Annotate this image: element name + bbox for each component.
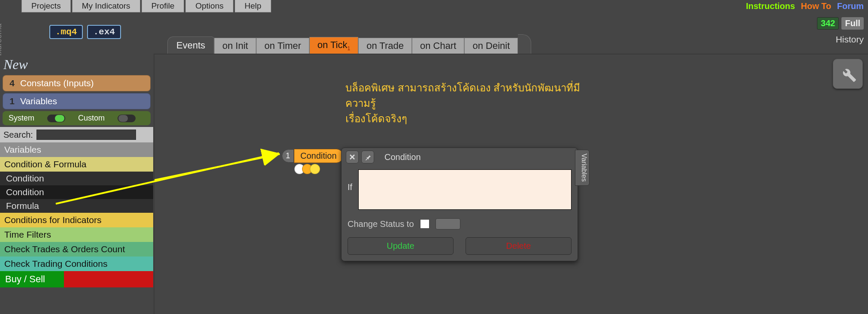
variables-pill[interactable]: 1 Variables xyxy=(3,93,151,109)
constants-label: Constants (Inputs) xyxy=(20,78,94,88)
thai-caption: บล็อคพิเศษ สามารถสร้างโค้ดเอง สำหรับนักพ… xyxy=(345,80,603,127)
mq4-button[interactable]: .mq4 xyxy=(49,25,83,39)
custom-label: Custom xyxy=(78,114,105,123)
cat-condition-formula[interactable]: Condition & Formula xyxy=(0,157,153,172)
new-label: New xyxy=(0,56,153,73)
system-label: System xyxy=(9,114,34,123)
status-value-box[interactable] xyxy=(436,218,460,229)
status-checkbox[interactable] xyxy=(420,219,429,229)
events-tab-main[interactable]: Events xyxy=(167,36,214,54)
cat-buy-sell[interactable]: Buy / Sell xyxy=(0,271,153,287)
tab-on-deinit[interactable]: on Deinit xyxy=(464,38,518,54)
system-custom-row: System Custom xyxy=(3,111,151,125)
left-sidebar: New 4 Constants (Inputs) 1 Variables Sys… xyxy=(0,56,153,287)
system-toggle[interactable] xyxy=(47,115,65,122)
search-label: Search: xyxy=(3,130,33,140)
cat-sub-condition-1[interactable]: Condition xyxy=(0,172,153,185)
history-link[interactable]: History xyxy=(836,34,864,45)
ex4-button[interactable]: .ex4 xyxy=(87,25,121,39)
link-forum[interactable]: Forum xyxy=(837,1,864,11)
constants-pill[interactable]: 4 Constants (Inputs) xyxy=(3,75,151,91)
full-badge[interactable]: Full xyxy=(841,17,864,30)
cat-sub-condition-2[interactable]: Condition xyxy=(0,185,153,199)
tab-badge: 1 xyxy=(348,45,351,51)
menu-options[interactable]: Options xyxy=(185,0,233,12)
event-tabs: Events on Init on Timer on Tick1 on Trad… xyxy=(167,34,531,54)
panel-body: If Change Status to Update Delete xyxy=(342,166,578,261)
variables-label: Variables xyxy=(20,96,57,106)
tab-on-chart[interactable]: on Chart xyxy=(412,38,464,54)
status-label: Change Status to xyxy=(348,219,414,229)
tab-end-cap xyxy=(518,34,531,54)
file-buttons: .mq4 .ex4 xyxy=(49,25,121,39)
wrench-icon xyxy=(838,64,857,83)
cat-sub-formula[interactable]: Formula xyxy=(0,199,153,213)
panel-variables-tab[interactable]: Variables xyxy=(575,150,590,186)
panel-close-button[interactable] xyxy=(346,151,359,163)
if-label: If xyxy=(348,182,352,192)
count-badge: 342 xyxy=(817,17,839,30)
status-badges: 342 Full xyxy=(817,17,864,30)
canvas-area[interactable]: บล็อคพิเศษ สามารถสร้างโค้ดเอง สำหรับนักพ… xyxy=(154,54,868,314)
top-links: Instructions How To Forum xyxy=(742,1,864,11)
sell-half xyxy=(64,271,153,287)
menu-profile[interactable]: Profile xyxy=(142,0,184,12)
tab-on-init[interactable]: on Init xyxy=(214,38,256,54)
cat-conditions-indicators[interactable]: Conditions for Indicators xyxy=(0,213,153,227)
svg-line-0 xyxy=(154,154,280,202)
node-label: Condition xyxy=(294,149,343,163)
pin-icon xyxy=(364,154,371,160)
cat-time-filters[interactable]: Time Filters xyxy=(0,227,153,242)
variables-count: 1 xyxy=(8,96,16,106)
close-icon xyxy=(349,154,356,160)
node-connectors[interactable] xyxy=(297,164,320,174)
tools-button[interactable] xyxy=(833,59,863,89)
cat-check-trading[interactable]: Check Trading Conditions xyxy=(0,257,153,271)
node-number: 1 xyxy=(282,149,294,163)
link-howto[interactable]: How To xyxy=(801,1,831,11)
top-menu: Projects My Indicators Profile Options H… xyxy=(21,0,272,12)
status-row: Change Status to xyxy=(348,218,572,229)
menu-help[interactable]: Help xyxy=(235,0,271,12)
condition-panel: Variables Condition If Change Status to … xyxy=(341,148,578,261)
menu-projects[interactable]: Projects xyxy=(21,0,71,12)
condition-node[interactable]: 1 Condition xyxy=(282,149,343,163)
menu-my-indicators[interactable]: My Indicators xyxy=(72,0,140,12)
search-input[interactable] xyxy=(36,130,136,140)
custom-toggle[interactable] xyxy=(118,115,136,122)
delete-button[interactable]: Delete xyxy=(466,237,572,255)
link-instructions[interactable]: Instructions xyxy=(746,1,795,11)
constants-count: 4 xyxy=(8,78,16,88)
panel-title: Condition xyxy=(384,152,421,162)
top-bar: Projects My Indicators Profile Options H… xyxy=(0,0,868,13)
tab-on-timer[interactable]: on Timer xyxy=(256,38,309,54)
panel-header: Condition xyxy=(342,148,578,166)
search-row: Search: xyxy=(0,127,153,142)
connector-dot[interactable] xyxy=(310,164,320,174)
cat-variables[interactable]: Variables xyxy=(0,142,153,157)
cat-check-trades[interactable]: Check Trades & Orders Count xyxy=(0,242,153,257)
panel-pin-button[interactable] xyxy=(361,151,374,163)
tab-on-tick[interactable]: on Tick1 xyxy=(309,37,358,54)
tab-on-trade[interactable]: on Trade xyxy=(358,38,412,54)
update-button[interactable]: Update xyxy=(348,237,454,255)
buy-label: Buy / Sell xyxy=(0,271,64,287)
if-code-input[interactable] xyxy=(358,169,572,210)
brand-text: fxdreema xyxy=(0,24,3,56)
